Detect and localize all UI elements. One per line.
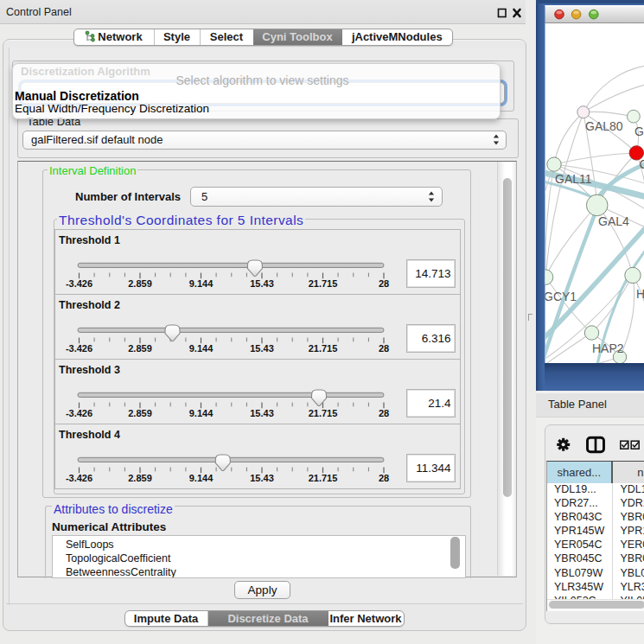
svg-text:9.144: 9.144 [189, 278, 214, 289]
svg-text:HIS4: HIS4 [636, 287, 644, 301]
svg-text:GAL11: GAL11 [555, 172, 592, 186]
svg-text:21.715: 21.715 [309, 343, 338, 354]
svg-text:GAL80: GAL80 [585, 119, 623, 133]
svg-text:-3.426: -3.426 [66, 278, 92, 289]
svg-text:9.144: 9.144 [189, 473, 214, 483]
svg-text:-3.426: -3.426 [66, 473, 92, 483]
svg-text:15.43: 15.43 [250, 408, 274, 418]
svg-text:28: 28 [379, 473, 389, 483]
svg-text:GAL2: GAL2 [634, 124, 644, 138]
svg-text:21.715: 21.715 [309, 408, 338, 418]
svg-text:28: 28 [379, 343, 389, 354]
svg-text:CDC1: CDC1 [640, 157, 644, 171]
svg-text:HAP2: HAP2 [592, 341, 624, 355]
svg-text:21.715: 21.715 [309, 473, 338, 483]
svg-text:28: 28 [379, 278, 389, 289]
svg-text:-3.426: -3.426 [66, 408, 92, 418]
svg-text:9.144: 9.144 [189, 408, 214, 418]
svg-text:15.43: 15.43 [250, 278, 274, 289]
svg-text:GCY1: GCY1 [544, 290, 577, 303]
svg-text:GAL4: GAL4 [598, 214, 629, 228]
svg-text:28: 28 [379, 408, 389, 418]
svg-text:2.859: 2.859 [128, 343, 152, 354]
svg-text:2.859: 2.859 [128, 473, 152, 483]
svg-text:9.144: 9.144 [189, 343, 214, 354]
svg-text:15.43: 15.43 [250, 343, 274, 354]
svg-text:2.859: 2.859 [128, 278, 152, 289]
svg-text:2.859: 2.859 [128, 408, 152, 418]
svg-text:-3.426: -3.426 [66, 343, 92, 354]
svg-text:21.715: 21.715 [309, 278, 338, 289]
svg-text:15.43: 15.43 [250, 473, 274, 483]
